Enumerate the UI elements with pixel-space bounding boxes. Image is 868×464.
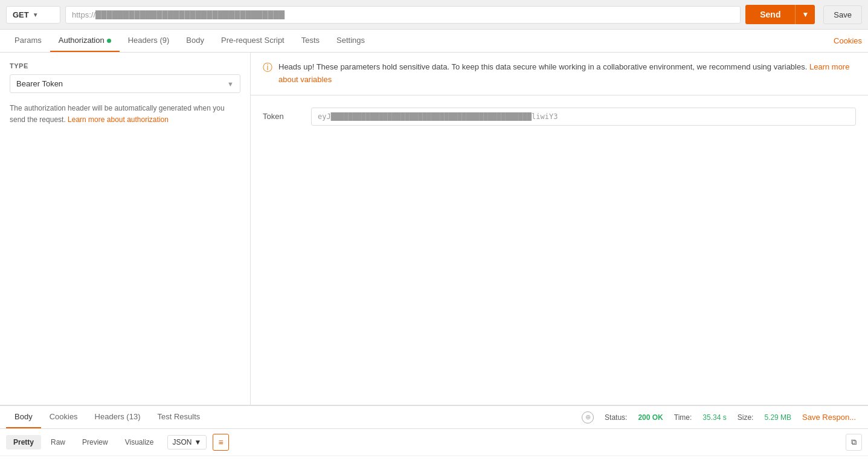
wrap-lines-button[interactable]: ≡ bbox=[213, 434, 228, 451]
auth-description: The authorization header will be automat… bbox=[10, 103, 240, 126]
size-value: 5.29 MB bbox=[764, 413, 791, 422]
json-type-select[interactable]: JSON ▼ bbox=[167, 435, 207, 450]
tab-headers[interactable]: Headers (9) bbox=[120, 30, 178, 52]
tab-body[interactable]: Body bbox=[178, 30, 213, 52]
method-dropdown[interactable]: GET ▼ bbox=[6, 6, 60, 24]
auth-right-panel: ⓘ Heads up! These parameters hold sensit… bbox=[251, 53, 868, 405]
size-label: Size: bbox=[738, 413, 754, 422]
json-select-arrow-icon: ▼ bbox=[194, 438, 202, 446]
json-viewer: 1 { 2 "" : [ 3 { 4 "lastUpdateOperator" … bbox=[0, 456, 868, 464]
token-row: Token bbox=[251, 95, 868, 138]
tab-authorization[interactable]: Authorization bbox=[50, 30, 120, 52]
token-input[interactable] bbox=[311, 108, 856, 126]
warning-box: ⓘ Heads up! These parameters hold sensit… bbox=[251, 53, 868, 95]
resp-tab-test-results[interactable]: Test Results bbox=[149, 406, 208, 428]
tab-settings[interactable]: Settings bbox=[328, 30, 373, 52]
response-tab-bar: Body Cookies Headers (13) Test Results ⊕… bbox=[0, 406, 868, 429]
url-bar: GET ▼ Send ▼ Save bbox=[0, 0, 868, 30]
copy-button[interactable]: ⧉ bbox=[846, 434, 862, 451]
auth-type-select[interactable]: Bearer Token ▼ bbox=[10, 74, 240, 93]
url-input[interactable] bbox=[65, 6, 741, 24]
token-label: Token bbox=[263, 112, 299, 121]
main-content-area: TYPE Bearer Token ▼ The authorization he… bbox=[0, 53, 868, 405]
learn-more-auth-link[interactable]: Learn more about authorization bbox=[68, 115, 169, 124]
resp-tab-cookies[interactable]: Cookies bbox=[41, 406, 86, 428]
resp-tab-headers[interactable]: Headers (13) bbox=[86, 406, 149, 428]
status-value: 200 OK bbox=[638, 413, 663, 422]
cookies-link[interactable]: Cookies bbox=[834, 30, 862, 51]
warning-icon: ⓘ bbox=[263, 62, 272, 74]
format-raw-button[interactable]: Raw bbox=[43, 435, 72, 450]
resp-tab-body[interactable]: Body bbox=[6, 406, 41, 428]
globe-icon: ⊕ bbox=[582, 411, 594, 424]
send-button-group: Send ▼ bbox=[745, 5, 815, 24]
method-arrow-icon: ▼ bbox=[33, 11, 39, 18]
status-label: Status: bbox=[605, 413, 627, 422]
tab-params[interactable]: Params bbox=[6, 30, 50, 52]
type-label: TYPE bbox=[10, 62, 240, 69]
auth-active-dot bbox=[107, 39, 111, 43]
response-status-bar: ⊕ Status: 200 OK Time: 35.34 s Size: 5.2… bbox=[582, 411, 862, 424]
auth-left-panel: TYPE Bearer Token ▼ The authorization he… bbox=[0, 53, 251, 405]
warning-text: Heads up! These parameters hold sensitiv… bbox=[278, 61, 856, 86]
method-label: GET bbox=[13, 10, 29, 19]
format-visualize-button[interactable]: Visualize bbox=[118, 435, 161, 450]
send-button[interactable]: Send bbox=[745, 5, 795, 24]
time-label: Time: bbox=[674, 413, 692, 422]
request-tab-bar: Params Authorization Headers (9) Body Pr… bbox=[0, 30, 868, 53]
format-preview-button[interactable]: Preview bbox=[75, 435, 115, 450]
tab-tests[interactable]: Tests bbox=[293, 30, 328, 52]
tab-pre-request-script[interactable]: Pre-request Script bbox=[213, 30, 293, 52]
send-dropdown-arrow[interactable]: ▼ bbox=[795, 5, 815, 24]
select-arrow-icon: ▼ bbox=[227, 80, 234, 88]
format-pretty-button[interactable]: Pretty bbox=[6, 435, 41, 450]
time-value: 35.34 s bbox=[702, 413, 726, 422]
save-button[interactable]: Save bbox=[823, 5, 862, 24]
save-response-button[interactable]: Save Respon... bbox=[802, 413, 856, 422]
response-section: Body Cookies Headers (13) Test Results ⊕… bbox=[0, 405, 868, 464]
format-bar: Pretty Raw Preview Visualize JSON ▼ ≡ ⧉ bbox=[0, 429, 868, 456]
